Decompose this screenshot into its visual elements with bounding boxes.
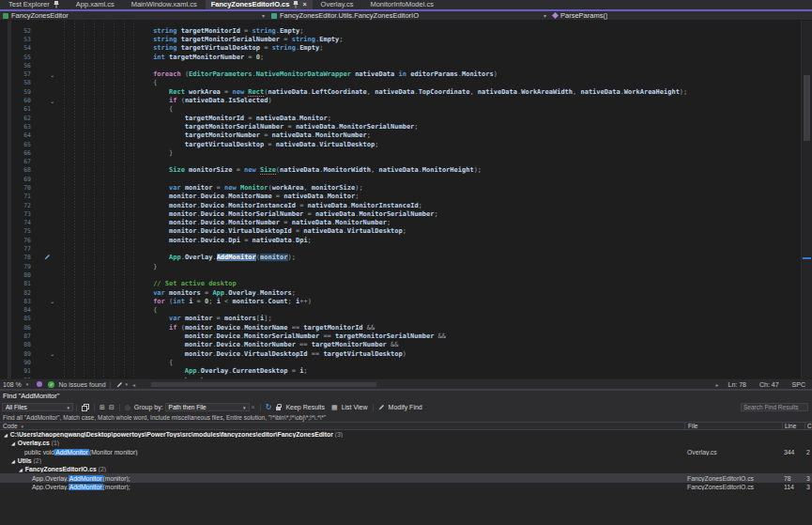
health-status-text[interactable]: No issues found — [58, 381, 105, 388]
member-dropdown[interactable]: ParseParams() — [550, 11, 607, 20]
code-line-67[interactable]: 67 — [0, 157, 801, 165]
scrollbar-thumb[interactable] — [804, 75, 810, 141]
column-header-line[interactable]: Line — [782, 423, 804, 429]
scroll-right-icon[interactable]: ▸ — [712, 381, 721, 388]
code-line-56[interactable]: 56 — [0, 61, 801, 69]
pen-options-icon[interactable]: ▾ — [116, 381, 128, 388]
modify-find-button[interactable]: Modify Find — [389, 404, 422, 410]
refresh-icon[interactable]: ↻ — [266, 403, 272, 411]
code-text: monitor.Device.MonitorName = nativeData.… — [58, 193, 359, 200]
code-line-86[interactable]: 86 if (monitor.Device.MonitorName == tar… — [0, 323, 801, 332]
code-line-89[interactable]: 89⌄ monitor.Device.VirtualDesktopId == t… — [0, 349, 801, 358]
code-line-58[interactable]: 58 { — [0, 79, 801, 87]
fold-collapse-icon[interactable]: ⌄ — [38, 70, 58, 79]
code-line-72[interactable]: 72 monitor.Device.MonitorInstanceId = na… — [0, 201, 801, 209]
code-line-76[interactable]: 76 monitor.Device.Dpi = nativeData.Dpi; — [0, 236, 801, 244]
code-line-80[interactable]: 80 — [0, 270, 801, 279]
result-match-row[interactable]: App.Overlay.AddMonitor(monitor);FancyZon… — [0, 473, 812, 482]
code-line-60[interactable]: 60⌄ if (nativeData.IsSelected) — [0, 96, 801, 104]
code-line-91[interactable]: 91 App.Overlay.CurrentDesktop = i; — [0, 367, 801, 376]
tab-overlay-cs[interactable]: Overlay.cs — [313, 0, 362, 9]
code-line-55[interactable]: 55 int targetMonitorNumber = 0; — [0, 53, 801, 61]
result-group-row[interactable]: ◢Overlay.cs(1) — [0, 439, 812, 447]
type-dropdown[interactable]: FancyZonesEditor.Utils.FancyZonesEditorI… — [268, 11, 550, 20]
code-line-84[interactable]: 84 { — [0, 306, 801, 315]
code-editor[interactable]: 52 string targetMonitorId = string.Empty… — [0, 21, 812, 378]
fold-collapse-icon[interactable]: ⌄ — [38, 97, 58, 105]
code-line-66[interactable]: 66 } — [0, 148, 801, 157]
tab-mainwindow-xaml-cs[interactable]: MainWindow.xaml.cs — [123, 0, 206, 9]
pin-icon[interactable] — [54, 1, 59, 8]
chevron-down-icon: ▾ — [239, 405, 246, 410]
code-line-71[interactable]: 71 monitor.Device.MonitorName = nativeDa… — [0, 193, 801, 201]
code-line-73[interactable]: 73 monitor.Device.MonitorSerialNumber = … — [0, 209, 801, 218]
code-line-63[interactable]: 63 targetMonitorSerialNumber = nativeDat… — [0, 122, 801, 131]
expand-all-icon[interactable]: ⊞ — [100, 404, 105, 411]
tab-monitorinfomodel-cs[interactable]: MonitorInfoModel.cs — [361, 0, 442, 9]
code-line-65[interactable]: 65 targetVirtualDesktop = nativeData.Vir… — [0, 140, 801, 148]
code-line-81[interactable]: 81 // Set active desktop — [0, 280, 801, 288]
code-line-62[interactable]: 62 targetMonitorId = nativeData.Monitor; — [0, 114, 801, 122]
code-text: targetMonitorId = nativeData.Monitor; — [58, 115, 331, 122]
settings-icon[interactable]: ◎ — [125, 404, 130, 411]
keep-results-button[interactable]: Keep Results — [285, 404, 325, 410]
scope-dropdown[interactable]: All Files ▾ — [2, 403, 73, 411]
horizontal-scrollbar[interactable] — [138, 379, 713, 390]
result-match-row[interactable]: App.Overlay.AddMonitor(monitor);FancyZon… — [0, 483, 812, 491]
vertical-scrollbar[interactable] — [801, 21, 812, 378]
expander-icon[interactable]: ◢ — [4, 432, 8, 438]
code-line-69[interactable]: 69 — [0, 175, 801, 183]
code-line-57[interactable]: 57⌄ foreach (EditorParameters.NativeMoni… — [0, 69, 801, 78]
expander-icon[interactable]: ◢ — [11, 440, 15, 446]
tab-fancyzoneseditorio-cs[interactable]: FancyZonesEditorIO.cs× — [206, 0, 313, 9]
pin-icon[interactable] — [293, 1, 299, 8]
tab-app-xaml-cs[interactable]: App.xaml.cs — [68, 0, 123, 9]
group-by-dropdown[interactable]: Path then File ▾ — [165, 403, 250, 411]
column-header-file[interactable]: File — [684, 423, 782, 429]
close-icon[interactable]: × — [302, 0, 306, 9]
code-line-78[interactable]: 78 App.Overlay.AddMonitor(monitor); — [0, 254, 801, 262]
copy-results-icon[interactable] — [82, 404, 89, 411]
find-summary-text: Find all "AddMonitor", Match case, Match… — [0, 413, 812, 422]
code-line-77[interactable]: 77 — [0, 244, 801, 253]
zoom-selector[interactable]: 108 % ▾ — [0, 381, 31, 388]
scroll-left-icon[interactable]: ◂ — [130, 381, 138, 388]
result-group-row[interactable]: ◢C:\Users\zhaopengwang\Desktop\powertoys… — [0, 430, 812, 439]
expander-icon[interactable]: ◢ — [11, 458, 15, 464]
collapse-all-icon[interactable]: ⊟ — [109, 404, 115, 411]
result-group-row[interactable]: ◢FancyZonesEditorIO.cs(2) — [0, 465, 812, 473]
search-find-results-input[interactable] — [741, 403, 808, 411]
code-line-85[interactable]: 85 var monitor = monitors[i]; — [0, 315, 801, 323]
code-line-53[interactable]: 53 string targetMonitorSerialNumber = st… — [0, 35, 801, 43]
chevron-down-icon[interactable]: ▾ — [544, 11, 546, 20]
code-line-61[interactable]: 61 { — [0, 105, 801, 114]
responsiveness-icon[interactable] — [37, 381, 42, 387]
column-header-code[interactable]: Code▾ — [0, 423, 684, 429]
code-line-64[interactable]: 64 targetMonitorNumber = nativeData.Moni… — [0, 131, 801, 140]
fold-collapse-icon[interactable]: ⌄ — [38, 349, 58, 358]
clear-results-icon[interactable]: × — [252, 404, 255, 410]
result-group-row[interactable]: ◢Utils(2) — [0, 456, 812, 465]
code-line-87[interactable]: 87 monitor.Device.MonitorSerialNumber ==… — [0, 332, 801, 340]
chevron-down-icon[interactable]: ▾ — [262, 11, 265, 20]
code-line-52[interactable]: 52 string targetMonitorId = string.Empty… — [0, 26, 801, 35]
code-line-90[interactable]: 90 { — [0, 358, 801, 366]
result-match-row[interactable]: public void AddMonitor(Monitor monitor)O… — [0, 448, 812, 456]
code-line-70[interactable]: 70 var monitor = new Monitor(workArea, m… — [0, 183, 801, 192]
column-header-col[interactable]: C — [804, 423, 812, 429]
code-line-68[interactable]: 68 Size monitorSize = new Size(nativeDat… — [0, 166, 801, 175]
scrollbar-thumb[interactable] — [151, 382, 376, 387]
code-line-59[interactable]: 59 Rect workArea = new Rect(nativeData.L… — [0, 87, 801, 96]
code-line-79[interactable]: 79 } — [0, 262, 801, 270]
expander-icon[interactable]: ◢ — [19, 467, 23, 472]
project-dropdown[interactable]: FancyZonesEditor ▾ — [0, 11, 268, 20]
list-view-button[interactable]: List View — [342, 404, 368, 410]
code-line-75[interactable]: 75 monitor.Device.VirtualDesktopId = nat… — [0, 227, 801, 236]
code-line-74[interactable]: 74 monitor.Device.MonitorNumber = native… — [0, 219, 801, 227]
code-line-83[interactable]: 83⌄ for (int i = 0; i < monitors.Count; … — [0, 297, 801, 305]
code-line-54[interactable]: 54 string targetVirtualDesktop = string.… — [0, 44, 801, 53]
tab-test-explorer[interactable]: Test Explorer — [0, 0, 68, 9]
code-line-88[interactable]: 88 monitor.Device.MonitorNumber == targe… — [0, 341, 801, 349]
code-line-82[interactable]: 82 var monitors = App.Overlay.Monitors; — [0, 288, 801, 297]
fold-collapse-icon[interactable]: ⌄ — [38, 297, 58, 305]
